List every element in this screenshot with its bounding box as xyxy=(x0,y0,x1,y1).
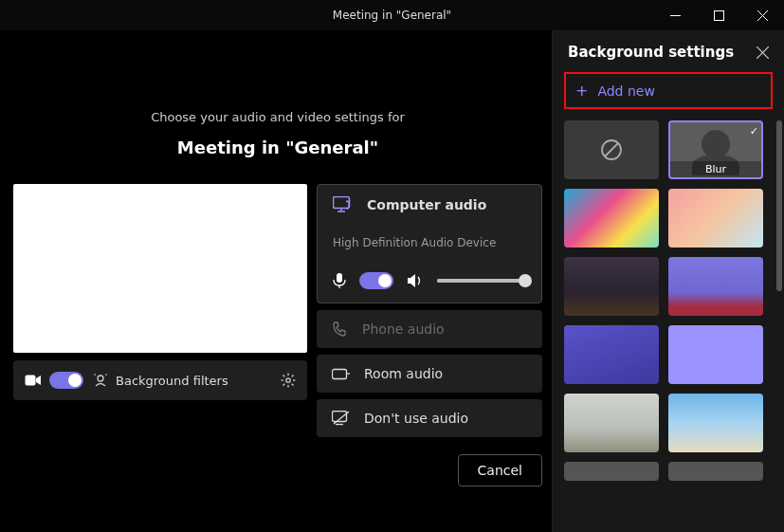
background-tile[interactable] xyxy=(668,325,763,384)
background-tile[interactable] xyxy=(668,257,763,316)
svg-line-15 xyxy=(292,376,294,377)
svg-rect-17 xyxy=(334,197,350,209)
mic-toggle[interactable] xyxy=(359,272,393,289)
prejoin-panel: Choose your audio and video settings for… xyxy=(0,30,552,532)
computer-audio-icon xyxy=(333,196,354,213)
room-audio-label: Room audio xyxy=(364,366,443,381)
background-tile[interactable] xyxy=(564,462,659,481)
meeting-name: Meeting in "General" xyxy=(13,138,542,157)
audio-option-room[interactable]: Room audio xyxy=(317,355,542,393)
svg-point-8 xyxy=(286,378,290,382)
svg-line-16 xyxy=(283,384,285,386)
background-tile[interactable] xyxy=(564,394,659,452)
background-tile[interactable] xyxy=(668,189,763,248)
add-new-button[interactable]: + Add new xyxy=(564,72,773,109)
plus-icon: + xyxy=(575,82,588,100)
checkmark-icon: ✓ xyxy=(750,125,758,138)
window-controls xyxy=(653,0,784,30)
background-tile[interactable] xyxy=(564,325,659,384)
background-filters-label: Background filters xyxy=(116,374,228,388)
room-audio-icon xyxy=(332,367,351,380)
svg-rect-20 xyxy=(337,273,342,283)
audio-option-computer[interactable]: Computer audio High Definition Audio Dev… xyxy=(317,184,542,303)
cancel-button[interactable]: Cancel xyxy=(458,454,542,486)
window-title: Meeting in "General" xyxy=(333,9,451,22)
volume-slider[interactable] xyxy=(437,279,526,283)
background-settings-panel: Background settings + Add new ✓ Blur xyxy=(552,30,784,532)
svg-line-14 xyxy=(292,384,294,386)
background-tile[interactable] xyxy=(668,394,763,452)
svg-line-30 xyxy=(605,143,618,156)
no-audio-icon xyxy=(332,411,351,426)
camera-toggle[interactable] xyxy=(49,372,83,389)
background-tile[interactable] xyxy=(668,462,763,481)
background-tile[interactable] xyxy=(564,189,659,248)
maximize-button[interactable] xyxy=(697,0,740,30)
svg-point-5 xyxy=(98,376,103,381)
close-button[interactable] xyxy=(740,0,784,30)
background-tile-blur[interactable]: ✓ Blur xyxy=(668,120,763,179)
video-toolbar: Background filters xyxy=(13,360,307,400)
device-settings-button[interactable] xyxy=(281,373,296,388)
blur-label: Blur xyxy=(670,161,761,177)
scrollbar-thumb[interactable] xyxy=(776,120,782,291)
close-panel-button[interactable] xyxy=(757,46,769,59)
video-preview xyxy=(13,184,307,353)
speaker-icon xyxy=(407,273,424,288)
svg-rect-4 xyxy=(26,376,36,386)
background-effects-icon xyxy=(93,373,108,388)
audio-options: Computer audio High Definition Audio Dev… xyxy=(317,184,542,437)
audio-device-name: High Definition Audio Device xyxy=(333,236,526,249)
minimize-button[interactable] xyxy=(653,0,697,30)
svg-rect-22 xyxy=(333,370,347,379)
phone-audio-icon xyxy=(332,321,349,338)
audio-option-none[interactable]: Don't use audio xyxy=(317,399,542,437)
person-silhouette-icon xyxy=(702,130,730,158)
svg-rect-1 xyxy=(714,10,723,20)
title-bar: Meeting in "General" xyxy=(0,0,784,30)
camera-icon xyxy=(25,374,42,387)
camera-toggle-group xyxy=(25,372,83,389)
svg-line-13 xyxy=(283,376,285,377)
computer-audio-label: Computer audio xyxy=(367,197,486,212)
no-audio-label: Don't use audio xyxy=(364,411,468,426)
background-tile-none[interactable] xyxy=(564,120,659,179)
none-icon xyxy=(599,138,624,162)
background-tile[interactable] xyxy=(564,257,659,316)
audio-option-phone[interactable]: Phone audio xyxy=(317,310,542,348)
mic-icon xyxy=(333,272,346,289)
phone-audio-label: Phone audio xyxy=(362,321,445,337)
background-filters-button[interactable]: Background filters xyxy=(93,373,271,388)
add-new-label: Add new xyxy=(597,83,655,99)
instruction-text: Choose your audio and video settings for xyxy=(13,110,542,124)
panel-title: Background settings xyxy=(568,44,734,61)
